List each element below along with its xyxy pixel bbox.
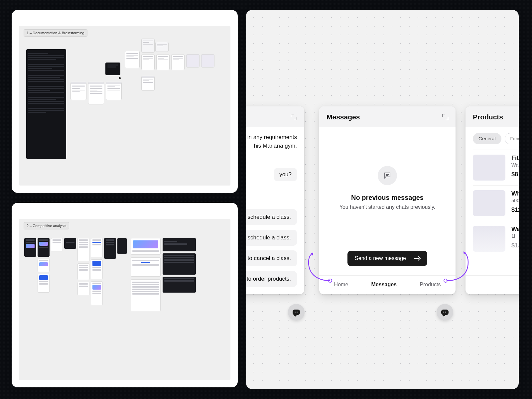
note [106,82,122,100]
panel-bg: 1 – Documentation & Brainstorming [19,26,230,186]
thumb [91,281,103,305]
card [201,54,214,67]
filter-general[interactable]: General [473,133,501,144]
thumb [117,238,127,254]
tab-products[interactable]: Products [420,282,441,288]
chat-fab[interactable] [437,304,453,321]
product-name: Wa [511,226,519,233]
phone-body: No previous messages You haven't started… [319,127,456,275]
tab-messages[interactable]: Messages [371,282,397,288]
thumb [91,238,103,257]
empty-subtitle: You haven't started any chats previously… [339,204,436,210]
thumb [77,282,89,295]
dot [119,77,121,79]
product-price: $8 [511,171,519,178]
filter-row: General Fitness [473,133,519,150]
thumb [77,263,89,280]
product-item[interactable]: Wa 1l $1. [473,221,519,256]
product-price: $1. [511,242,519,249]
product-sub: 1l [511,233,519,239]
section-label-1: 1 – Documentation & Brainstorming [24,29,87,37]
thumb [38,274,50,293]
thumb [104,238,116,259]
expand-icon[interactable] [291,114,297,120]
arrow-right-icon [414,256,420,260]
product-image [473,226,505,252]
suggestion-chip[interactable]: re-schedule a class. [246,230,297,246]
note [70,82,86,100]
phone-products: Products General Fitness Fit Wa $8 Wh [466,106,519,294]
message-icon-circle [378,166,397,185]
card [125,51,140,68]
tab-bar: Home Messages Products [319,275,456,294]
product-image [473,190,505,216]
section-label-2: 2 – Competitive analysis [24,222,69,229]
panel-documentation: 1 – Documentation & Brainstorming [12,10,238,193]
thumb [91,259,103,279]
filter-fitness[interactable]: Fitness [505,133,519,144]
product-price: $12 [511,206,519,213]
connector-left [305,252,332,282]
card [155,42,169,52]
chat-fab[interactable] [288,304,305,321]
chat-intro: u in any requirements his Mariana gym. [246,133,297,150]
product-image [473,155,505,181]
design-canvas[interactable]: x u in any requirements his Mariana gym.… [246,10,519,389]
connector-right [446,251,472,282]
phone-header: Messages [319,106,456,127]
thumb [38,259,50,272]
thumb [77,238,89,261]
phone-header: x [246,106,304,127]
thumb [131,238,161,255]
phone-body: u in any requirements his Mariana gym. y… [246,127,304,294]
product-item[interactable]: Wh 500 $12 [473,185,519,221]
card [186,54,200,67]
cta-label: Send a new message [355,255,406,261]
suggestion-chip[interactable]: to schedule a class. [246,209,297,225]
product-sub: Wa [511,162,519,168]
card [171,54,185,70]
tab-bar: Home [466,275,519,294]
thumb [163,277,196,293]
doc-dark [26,49,66,159]
message-icon [383,172,391,180]
product-name: Wh [511,190,519,197]
phone-header: Products [466,106,519,127]
send-message-button[interactable]: Send a new message [347,251,427,266]
thumb [51,238,63,251]
thumb [163,238,196,251]
phone-messages: Messages No previous messages You haven'… [319,106,456,294]
mini-dark [105,63,120,75]
panel-competitive: 2 – Competitive analysis [12,203,238,387]
card [141,54,155,70]
note [88,82,104,104]
card [141,76,155,91]
phone-title: Messages [327,113,360,121]
thumb [131,279,161,311]
card [156,54,170,70]
product-item[interactable]: Fit Wa $8 [473,150,519,185]
expand-icon[interactable] [442,114,448,120]
empty-state: No previous messages You haven't started… [327,133,448,249]
thumb [64,238,76,249]
phone-body: General Fitness Fit Wa $8 Wh 500 $12 [466,127,519,275]
thumb [38,238,50,257]
thumb [131,257,161,277]
chat-bubble: you? [274,168,297,181]
phone-title: Products [473,113,503,121]
empty-title: No previous messages [351,194,424,201]
suggestion-chip[interactable]: nt to cancel a class. [246,250,297,266]
panel-bg: 2 – Competitive analysis [19,219,230,380]
thumb [24,238,36,257]
phone-chat: x u in any requirements his Mariana gym.… [246,106,304,294]
product-sub: 500 [511,198,519,203]
suggestion-chip[interactable]: t to order products. [246,271,297,287]
product-name: Fit [511,155,519,162]
tab-home[interactable]: Home [334,282,348,288]
thumb [163,253,196,275]
card [141,39,155,53]
